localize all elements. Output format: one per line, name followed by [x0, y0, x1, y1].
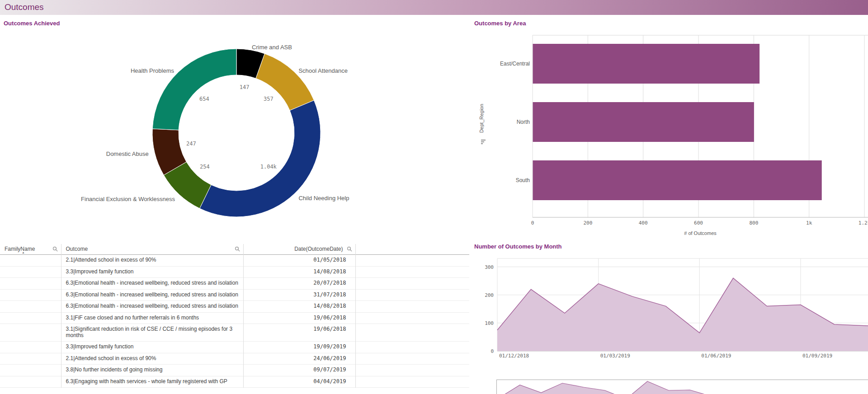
cell-extra — [355, 342, 469, 353]
column-label-familyname: FamilyName — [5, 246, 35, 252]
bar-east-central[interactable] — [533, 44, 760, 84]
cell-extra — [355, 376, 469, 388]
cell-extra — [355, 289, 469, 301]
table-row: 6.3|Engaging with health services - whol… — [0, 376, 469, 388]
cell-date[interactable]: 14/08/2018 — [243, 301, 355, 313]
table-row: 2.1|Attended school in excess of 90%01/0… — [0, 255, 469, 267]
donut-chart[interactable]: 147Crime and ASB357School Attendance1.04… — [0, 15, 470, 243]
cell-date[interactable]: 19/06/2018 — [243, 324, 355, 342]
cell-date[interactable]: 24/06/2019 — [243, 353, 355, 365]
x-tick-label: 0 — [531, 220, 534, 226]
cell-family[interactable] — [0, 365, 61, 376]
cell-family[interactable] — [0, 324, 61, 342]
column-label-date: Date(OutcomeDate) — [294, 246, 343, 252]
column-header-date[interactable]: Date(OutcomeDate) — [243, 244, 355, 255]
navigator-mini-chart[interactable] — [497, 380, 868, 394]
donut-category-label: School Attendance — [298, 67, 347, 74]
cell-date[interactable]: 04/04/2019 — [243, 376, 355, 388]
cell-date[interactable]: 14/08/2018 — [243, 266, 355, 278]
bar-chart[interactable]: 02004006008001k1.2kEast/CentralNorthSout… — [470, 15, 868, 241]
sort-ascending-icon: ▲ — [22, 251, 25, 254]
donut-value-label: 147 — [240, 84, 250, 90]
bar-category-label: South — [516, 177, 530, 183]
cell-outcome[interactable]: 2.1|Attended school in excess of 90% — [61, 255, 243, 267]
column-header-outcome[interactable]: Outcome — [61, 244, 243, 255]
table-row: 3.1|FiF case closed and no further refer… — [0, 312, 469, 324]
cell-date[interactable]: 31/07/2018 — [243, 289, 355, 301]
area-chart[interactable]: 010020030001/12/201801/03/201901/06/2019… — [470, 251, 868, 364]
cell-outcome[interactable]: 3.3|Improved family function — [61, 266, 243, 278]
sort-icon[interactable] — [481, 140, 486, 141]
y-axis-title: Dept_Region — [479, 104, 484, 133]
column-header-empty — [355, 244, 469, 255]
cell-outcome[interactable]: 3.1|Significant reduction in risk of CSE… — [61, 324, 243, 342]
x-tick-label: 1k — [806, 220, 812, 226]
cell-date[interactable]: 01/05/2018 — [243, 255, 355, 267]
cell-family[interactable] — [0, 353, 61, 365]
cell-date[interactable]: 20/07/2018 — [243, 278, 355, 290]
x-tick-label: 1.2k — [859, 220, 868, 226]
donut-slice[interactable] — [152, 49, 236, 130]
outcomes-by-month-chart[interactable]: 010020030001/12/201801/03/201901/06/2019… — [470, 251, 868, 364]
donut-value-label: 1.04k — [260, 164, 277, 170]
x-tick-label: 01/06/2019 — [701, 353, 731, 359]
cell-date[interactable]: 19/06/2018 — [243, 312, 355, 324]
cell-outcome[interactable]: 2.1|Attended school in excess of 90% — [61, 353, 243, 365]
cell-outcome[interactable]: 6.3|Emotional health - increased wellbei… — [61, 289, 243, 301]
outcomes-by-area-chart[interactable]: 02004006008001k1.2kEast/CentralNorthSout… — [470, 15, 868, 241]
table-row: 6.3|Emotional health - increased wellbei… — [0, 278, 469, 290]
app-title: Outcomes — [0, 0, 868, 14]
cell-outcome[interactable]: 3.3|Improved family function — [61, 342, 243, 353]
outcomes-achieved-chart[interactable]: 147Crime and ASB357School Attendance1.04… — [0, 15, 470, 243]
sort-icon[interactable] — [481, 141, 484, 142]
y-tick-label: 100 — [485, 320, 494, 326]
cell-extra — [355, 255, 469, 267]
time-range-navigator[interactable] — [496, 380, 868, 394]
x-tick-label: 01/03/2019 — [600, 353, 630, 359]
table-row: 6.3|Emotional health - increased wellbei… — [0, 301, 469, 313]
cell-family[interactable] — [0, 342, 61, 353]
donut-category-label: Domestic Abuse — [106, 150, 149, 157]
table-row: 3.3|Improved family function19/09/2019 — [0, 342, 469, 353]
table-row: 3.1|Significant reduction in risk of CSE… — [0, 324, 469, 342]
cell-outcome[interactable]: 6.3|Engaging with health services - whol… — [61, 376, 243, 388]
x-tick-label: 01/09/2019 — [802, 353, 832, 359]
outcomes-table-panel: FamilyName ▲ Outcome — [0, 244, 469, 394]
search-icon[interactable] — [52, 246, 58, 252]
sort-icon[interactable] — [481, 143, 483, 144]
cell-extra — [355, 312, 469, 324]
cell-date[interactable]: 19/09/2019 — [243, 342, 355, 353]
donut-value-label: 254 — [200, 164, 210, 170]
donut-category-label: Crime and ASB — [252, 44, 292, 51]
cell-family[interactable] — [0, 278, 61, 290]
x-axis-title: # of Outcomes — [684, 230, 717, 236]
area-panel-title: Number of Outcomes by Month — [474, 243, 562, 250]
donut-value-label: 654 — [199, 96, 209, 102]
cell-extra — [355, 301, 469, 313]
cell-date[interactable]: 09/07/2019 — [243, 365, 355, 376]
x-tick-label: 01/12/2018 — [499, 353, 529, 359]
bar-north[interactable] — [533, 102, 754, 142]
cell-family[interactable] — [0, 376, 61, 388]
cell-family[interactable] — [0, 312, 61, 324]
donut-value-label: 247 — [186, 141, 196, 147]
cell-outcome[interactable]: 3.8|No further incidents of going missin… — [61, 365, 243, 376]
bar-south[interactable] — [533, 160, 822, 200]
cell-family[interactable] — [0, 255, 61, 267]
cell-outcome[interactable]: 6.3|Emotional health - increased wellbei… — [61, 278, 243, 290]
cell-outcome[interactable]: 3.1|FiF case closed and no further refer… — [61, 312, 243, 324]
cell-family[interactable] — [0, 301, 61, 313]
donut-value-label: 357 — [264, 96, 274, 102]
cell-outcome[interactable]: 6.3|Emotional health - increased wellbei… — [61, 301, 243, 313]
column-label-outcome: Outcome — [66, 246, 88, 252]
donut-category-label: Health Problems — [131, 67, 175, 74]
search-icon[interactable] — [235, 246, 241, 252]
cell-extra — [355, 365, 469, 376]
area-fill[interactable] — [497, 278, 868, 351]
search-icon[interactable] — [347, 246, 353, 252]
cell-family[interactable] — [0, 289, 61, 301]
y-tick-label: 0 — [491, 348, 494, 354]
cell-family[interactable] — [0, 266, 61, 278]
column-header-familyname[interactable]: FamilyName ▲ — [0, 244, 61, 255]
app-header: Outcomes — [0, 0, 868, 15]
